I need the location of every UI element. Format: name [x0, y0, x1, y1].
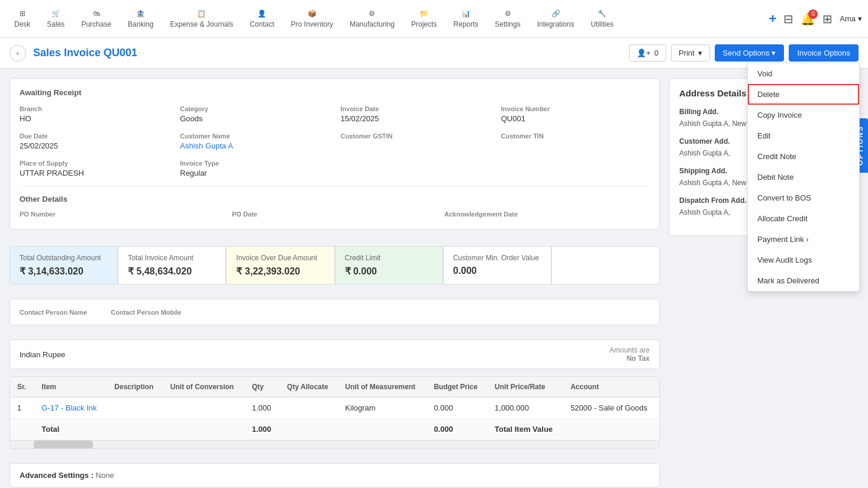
contact-person-name-field: Contact Person Name: [20, 308, 87, 316]
overdue-card: Invoice Over Due Amount ₹ 3,22,393.020: [226, 246, 334, 285]
nav-item-contact[interactable]: 👤 Contact: [241, 9, 282, 28]
min-order-card: Customer Min. Order Value 0.000: [443, 246, 551, 285]
print-button[interactable]: Print ▾: [671, 44, 710, 62]
add-button[interactable]: +: [769, 11, 776, 27]
nav-item-banking[interactable]: 🏦 Banking: [120, 9, 162, 28]
nav-item-desk[interactable]: ⊞ Desk: [6, 9, 38, 28]
top-nav: ⊞ Desk 🛒 Sales 🛍 Purchase 🏦 Banking 📋 Ex…: [0, 0, 868, 38]
customer-gstin-field: Customer GSTIN: [341, 132, 489, 150]
user-count-button[interactable]: 👤+ 0: [629, 44, 666, 62]
integrations-icon: 🔗: [551, 9, 560, 18]
grid-button[interactable]: ⊞: [822, 12, 832, 26]
manufacturing-icon: ⚙: [369, 9, 375, 18]
contact-person-mobile-field: Contact Person Mobile: [111, 308, 181, 316]
expense-icon: 📋: [197, 9, 206, 18]
dropdown-item-edit[interactable]: Edit: [748, 125, 859, 146]
cell-item[interactable]: G-17 - Black Ink: [34, 397, 107, 419]
invoice-date-field: Invoice Date 15/02/2025: [341, 105, 489, 123]
dropdown-item-convert-bos[interactable]: Convert to BOS: [748, 188, 859, 208]
other-details-title: Other Details: [20, 195, 650, 203]
invoice-table: Sr. Item Description Unit of Conversion …: [10, 377, 659, 440]
back-button[interactable]: ‹: [9, 45, 26, 62]
utilities-icon: 🔧: [598, 9, 606, 18]
nav-item-purchase[interactable]: 🛍 Purchase: [73, 9, 120, 28]
chevron-down-icon: ▾: [858, 14, 862, 23]
nav-item-integrations[interactable]: 🔗 Integrations: [529, 9, 583, 28]
total-invoice-card: Total Invoice Amount ₹ 5,48,634.020: [118, 246, 226, 285]
user-menu[interactable]: Ama ▾: [840, 14, 862, 23]
cell-unit-price: 1,000.000: [488, 397, 563, 419]
col-item: Item: [34, 377, 107, 397]
dropdown-item-payment-link[interactable]: Payment Link ›: [748, 229, 859, 250]
nav-item-settings[interactable]: ⚙ Settings: [486, 9, 528, 28]
cell-unit-measurement: Kilogram: [338, 397, 427, 419]
dropdown-item-credit-note[interactable]: Credit Note: [748, 146, 859, 167]
po-date-field: PO Date: [232, 211, 437, 219]
user-icon: 👤+: [637, 49, 651, 57]
cell-description: [107, 397, 163, 419]
cell-budget-price: 0.000: [427, 397, 488, 419]
credit-limit-card: Credit Limit ₹ 0.000: [335, 246, 443, 285]
dropdown-item-view-audit-logs[interactable]: View Audit Logs: [748, 250, 859, 270]
col-unit-measurement: Unit of Measurement: [338, 377, 427, 397]
col-account: Account: [563, 377, 659, 397]
branch-field: Branch HO: [20, 105, 168, 123]
banking-icon: 🏦: [136, 9, 145, 18]
sub-header: ‹ Sales Invoice QU001 👤+ 0 Print ▾ Send …: [0, 38, 868, 69]
invoice-table-wrap: Sr. Item Description Unit of Conversion …: [9, 376, 660, 449]
col-unit-price: Unit Price/Rate: [488, 377, 563, 397]
nav-item-utilities[interactable]: 🔧 Utilities: [582, 9, 622, 28]
total-outstanding-card: Total Outstanding Amount ₹ 3,14,633.020: [9, 246, 118, 285]
category-field: Category Goods: [180, 105, 328, 123]
nav-item-expense[interactable]: 📋 Expense & Journals: [162, 9, 241, 28]
amounts-note: Amounts are No Tax: [609, 346, 650, 363]
dropdown-item-debit-note[interactable]: Debit Note: [748, 167, 859, 188]
nav-item-manufacturing[interactable]: ⚙ Manufacturing: [341, 9, 403, 28]
cell-sr: 1: [10, 397, 34, 419]
notification-button[interactable]: 🔔 0: [801, 12, 815, 26]
invoice-options-button[interactable]: Invoice Options: [789, 44, 859, 62]
total-item-value-label: Total Item Value: [488, 419, 563, 440]
page-title: Sales Invoice QU001: [33, 47, 137, 59]
cell-account: 52000 - Sale of Goods: [563, 397, 659, 419]
cell-qty-allocate: [280, 397, 338, 419]
reports-icon: 📊: [462, 9, 470, 18]
proinventory-icon: 📦: [308, 9, 317, 18]
nav-item-sales[interactable]: 🛒 Sales: [38, 9, 73, 28]
dropdown-item-allocate-credit[interactable]: Allocate Credit: [748, 208, 859, 229]
col-description: Description: [107, 377, 163, 397]
nav-item-projects[interactable]: 📁 Projects: [403, 9, 445, 28]
advanced-settings: Advanced Settings : None: [9, 463, 660, 487]
invoice-type-field: Invoice Type Regular: [180, 160, 328, 177]
po-number-field: PO Number: [20, 211, 225, 219]
due-date-field: Due Date 25/02/2025: [20, 132, 168, 150]
extra-summary-card: [551, 246, 660, 285]
chevron-down-icon: ▾: [772, 49, 776, 57]
dropdown-item-void[interactable]: Void: [748, 63, 859, 84]
place-of-supply-field: Place of Supply UTTAR PRADESH: [20, 160, 168, 177]
dropdown-item-mark-delivered[interactable]: Mark as Delivered: [748, 270, 859, 291]
settings-icon: ⚙: [505, 9, 511, 18]
layout-button[interactable]: ⊟: [783, 12, 793, 26]
col-budget-price: Budget Price: [427, 377, 488, 397]
col-sr: Sr.: [10, 377, 34, 397]
dropdown-item-copy-invoice[interactable]: Copy Invoice: [748, 105, 859, 125]
invoice-details-card: Awaiting Receipt Branch HO Category Good…: [9, 78, 660, 230]
customer-tin-field: Customer TIN: [501, 132, 650, 150]
nav-item-proinventory[interactable]: 📦 Pro Inventory: [283, 9, 341, 28]
summary-row: Total Outstanding Amount ₹ 3,14,633.020 …: [9, 246, 660, 285]
total-label: Total: [34, 419, 107, 440]
horizontal-scrollbar[interactable]: [10, 440, 659, 448]
total-budget-price: 0.000: [427, 419, 488, 440]
table-row: 1 G-17 - Black Ink 1.000 Kilogram 0.000 …: [10, 397, 659, 419]
send-options-button[interactable]: Send Options ▾: [715, 44, 785, 62]
chevron-down-icon: ▾: [698, 49, 702, 57]
scroll-thumb: [34, 441, 93, 448]
dropdown-item-delete[interactable]: Delete: [748, 84, 859, 105]
purchase-icon: 🛍: [93, 9, 100, 18]
projects-icon: 📁: [420, 9, 428, 18]
desk-icon: ⊞: [20, 9, 25, 18]
nav-item-reports[interactable]: 📊 Reports: [445, 9, 486, 28]
col-qty-allocate: Qty Allocate: [280, 377, 338, 397]
awaiting-receipt-badge: Awaiting Receipt: [20, 88, 650, 97]
